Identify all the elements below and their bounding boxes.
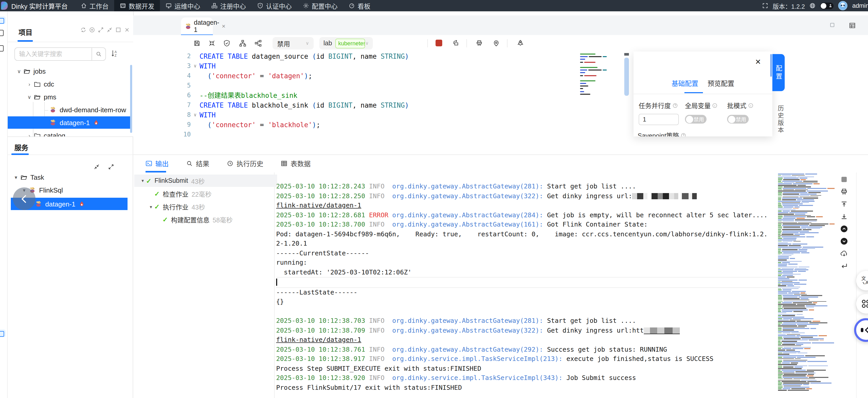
nav-item-devops[interactable]: 运维中心 — [160, 0, 206, 11]
search-input[interactable] — [15, 48, 92, 60]
next-circle-icon[interactable] — [840, 237, 848, 245]
tree-item-jobs[interactable]: ∨ jobs — [16, 65, 46, 77]
folder-open-icon — [34, 93, 41, 100]
folder-open-icon — [24, 68, 30, 75]
expand-diagonal-icon[interactable] — [98, 27, 104, 33]
parallelism-input[interactable]: 1 — [639, 114, 679, 125]
gear-icon — [303, 3, 309, 9]
svg-text:A: A — [115, 50, 117, 54]
format-brush-icon[interactable] — [476, 40, 483, 47]
drawer-close-icon[interactable]: ✕ — [755, 58, 761, 66]
nav-item-workbench[interactable]: 工作台 — [75, 0, 114, 11]
tree-label: datagen-1 — [60, 119, 90, 126]
globe-icon[interactable] — [810, 3, 816, 9]
tree-item-dwd-demand-item-row[interactable]: dwd-demand-item-row — [48, 104, 126, 116]
code-editor[interactable]: 2CREATE TABLE datagen_source (id BIGINT,… — [133, 52, 628, 137]
flink-squirrel-icon — [50, 119, 57, 126]
side-tab-history[interactable]: 历史版本 — [772, 96, 785, 143]
translate-icon: 文A — [861, 276, 868, 286]
nav-item-dashboard[interactable]: 看板 — [343, 0, 376, 11]
plus-circle-icon[interactable] — [89, 27, 95, 33]
rocket-icon[interactable] — [517, 40, 524, 47]
refresh-icon[interactable] — [80, 27, 86, 33]
editor-toolbar: 禁用∨ lab kubernetes-application ∨ — [133, 35, 868, 52]
theme-toggle[interactable] — [820, 2, 834, 9]
tree-item-datagen-1[interactable]: datagen-1 — [7, 116, 131, 129]
check-icon: ✓ — [162, 216, 168, 224]
editor-tab-datagen-1[interactable]: datagen-1 × — [181, 18, 213, 35]
collapse-arrows-icon[interactable] — [208, 40, 215, 47]
log-minimap[interactable] — [778, 173, 835, 396]
save-icon[interactable] — [193, 40, 200, 47]
editor-scrollbar[interactable] — [624, 52, 629, 137]
tab-output[interactable]: 输出 — [146, 159, 169, 168]
fullscreen-icon[interactable] — [762, 3, 768, 9]
window-restore-icon[interactable] — [830, 22, 835, 28]
stop-gray-icon[interactable] — [840, 176, 848, 183]
activity-icon-bottom[interactable] — [0, 330, 6, 337]
window-icon[interactable] — [115, 27, 121, 33]
tree-item-pms[interactable]: ∨ pms — [26, 91, 56, 103]
project-panel-title: 项目 — [19, 27, 32, 37]
tab-history[interactable]: 执行历史 — [227, 159, 263, 168]
side-tab-config[interactable]: 配置 — [772, 54, 785, 91]
service-tree-task[interactable]: ▾ Task — [12, 171, 44, 183]
download-cloud-icon[interactable] — [840, 250, 848, 257]
stop-button[interactable] — [436, 40, 442, 46]
tab-table-data[interactable]: 表数据 — [281, 159, 311, 168]
expand-diagonal-icon[interactable] — [108, 164, 114, 170]
tab-basic-config[interactable]: 基础配置 — [672, 78, 698, 88]
project-scrollbar[interactable] — [130, 65, 132, 133]
redo-icon[interactable] — [452, 40, 459, 47]
log-line-2: 2025-03-10 10:12:28.250 INFO org.dinky.g… — [276, 191, 778, 201]
tab-result[interactable]: 结果 — [186, 159, 209, 168]
wrap-line-icon[interactable] — [840, 262, 848, 270]
tree-label: pms — [44, 93, 56, 101]
clear-brush-icon[interactable] — [840, 188, 848, 196]
tree-label: Task — [30, 173, 44, 181]
prev-circle-icon[interactable] — [840, 225, 848, 233]
step-执行作业[interactable]: ▾✓执行作业43秒 — [134, 201, 285, 213]
location-pin-icon[interactable] — [493, 40, 500, 47]
activity-icon-2[interactable] — [0, 29, 6, 36]
tab-close-icon[interactable]: × — [222, 23, 225, 30]
batch-mode-field: 批模式 禁用 — [727, 101, 753, 123]
activity-icon-3[interactable] — [0, 44, 6, 52]
mode-select[interactable]: 禁用∨ — [273, 37, 314, 50]
editor-minimap[interactable] — [580, 54, 607, 96]
search-icon[interactable] — [92, 48, 105, 60]
username[interactable]: admin — [852, 2, 868, 9]
drawer-scrollbar[interactable] — [770, 54, 772, 77]
project-activity-icon[interactable] — [0, 17, 6, 24]
cluster-select[interactable]: lab kubernetes-application ∨ — [319, 37, 373, 50]
panel-collapse-button[interactable] — [13, 188, 35, 210]
nav-item-auth[interactable]: 认证中心 — [252, 0, 298, 11]
log-line-16: 2025-03-10 10:12:38.709 INFO org.dinky.g… — [276, 326, 778, 335]
collapse-diagonal-icon[interactable] — [94, 164, 100, 170]
scroll-bottom-icon[interactable] — [840, 212, 848, 220]
nav-item-registry[interactable]: 注册中心 — [206, 0, 252, 11]
global-var-switch[interactable]: 禁用 — [685, 115, 707, 123]
check-icon: ✓ — [154, 203, 160, 210]
step-FlinkSubmit[interactable]: ▾✓FlinkSubmit43秒 — [134, 174, 277, 187]
nav-item-data-studio[interactable]: 数据开发 — [115, 0, 160, 11]
lineage-icon[interactable] — [254, 40, 262, 47]
flame-icon — [93, 119, 99, 126]
close-icon[interactable] — [124, 27, 130, 33]
tab-preview-config[interactable]: 预览配置 — [708, 78, 734, 88]
collapse-diagonal-icon[interactable] — [106, 27, 113, 33]
code-lines: 2CREATE TABLE datagen_source (id BIGINT,… — [133, 52, 628, 137]
sort-az-icon[interactable]: AZ — [111, 50, 118, 58]
batch-mode-switch[interactable]: 禁用 — [727, 115, 749, 123]
step-检查作业[interactable]: ✓检查作业22毫秒 — [134, 188, 285, 200]
tree-item-cdc[interactable]: › cdc — [26, 78, 54, 90]
layout-grid-icon[interactable] — [849, 22, 856, 29]
flow-graph-icon[interactable] — [239, 40, 246, 47]
log-output[interactable]: 2025-03-10 10:12:28.243 INFO org.dinky.g… — [276, 182, 778, 392]
avatar[interactable] — [838, 1, 848, 10]
nav-item-config[interactable]: 配置中心 — [298, 0, 343, 11]
scroll-top-icon[interactable] — [840, 200, 848, 208]
shield-check-icon[interactable] — [223, 40, 230, 47]
step-构建配置信息[interactable]: ✓构建配置信息58毫秒 — [134, 214, 293, 226]
log-line-19: 2025-03-10 10:12:38.917 INFO org.dinky.s… — [276, 354, 778, 364]
